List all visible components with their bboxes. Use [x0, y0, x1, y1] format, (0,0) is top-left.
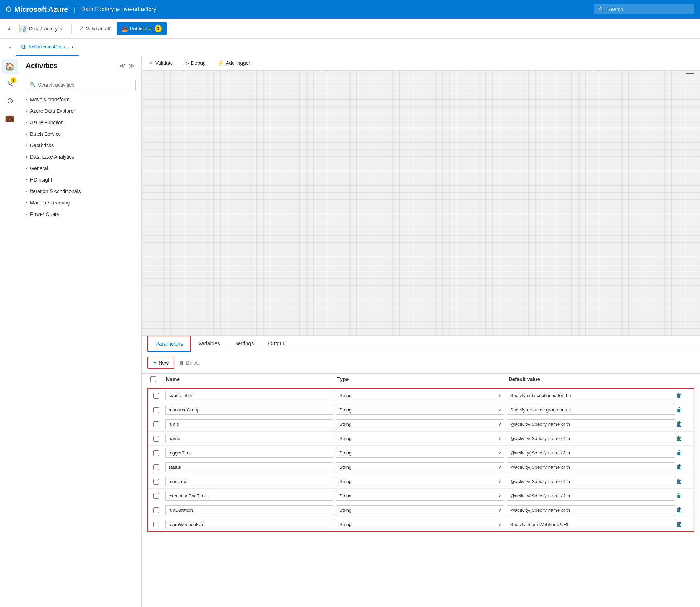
category-data-lake-analytics[interactable]: › Data Lake Analytics [20, 151, 141, 163]
toolbar-bar: « 📊 Data Factory ∨ ✓ Validate all 📤 Publ… [0, 19, 700, 39]
param-type-select[interactable]: String [336, 434, 504, 443]
tab-output[interactable]: Output [261, 336, 291, 352]
param-name-input[interactable] [165, 505, 333, 515]
search-activities-input[interactable] [38, 82, 132, 88]
monitor-icon-button[interactable]: ⊙ [2, 93, 18, 109]
param-name-input[interactable] [165, 434, 333, 443]
home-icon-button[interactable]: 🏠 [2, 59, 18, 74]
param-name-input[interactable] [165, 462, 333, 472]
delete-row-button[interactable]: 🗑 [676, 463, 683, 471]
delete-row-button[interactable]: 🗑 [676, 420, 683, 428]
param-name-input[interactable] [165, 491, 333, 501]
parameters-toolbar: + New 🗑 Delete [142, 352, 700, 374]
delete-row-button[interactable]: 🗑 [676, 435, 683, 442]
delete-row-button[interactable]: 🗑 [676, 521, 683, 528]
canvas-action-bar: ✓ Validate ▷ Debug ⚡ Add trigger [142, 56, 700, 71]
param-type-select[interactable]: String [336, 477, 504, 486]
param-default-input[interactable] [507, 505, 675, 515]
param-default-input[interactable] [507, 405, 675, 415]
category-label: Iteration & conditionals [30, 188, 81, 194]
activities-search-box[interactable]: 🔍 [26, 80, 136, 90]
param-type-select[interactable]: StringArrayBoolFloatIntObjectSecureStrin… [336, 391, 504, 400]
category-machine-learning[interactable]: › Machine Learning [20, 197, 141, 208]
row-checkbox[interactable] [153, 450, 159, 456]
new-parameter-button[interactable]: + New [147, 357, 174, 369]
header-action-col [677, 376, 694, 383]
param-default-input[interactable] [507, 477, 675, 486]
side-icon-bar: 🏠 ✎ 1 ⊙ 💼 [0, 56, 20, 607]
category-databricks[interactable]: › Databricks [20, 140, 141, 151]
param-name-input[interactable] [165, 477, 333, 486]
delete-row-button[interactable]: 🗑 [676, 406, 683, 414]
row-checkbox[interactable] [153, 421, 159, 427]
add-trigger-button[interactable]: ⚡ Add trigger [218, 60, 250, 66]
category-batch-service[interactable]: › Batch Service [20, 128, 141, 140]
data-factory-menu-button[interactable]: 📊 Data Factory ∨ [15, 22, 67, 35]
param-type-select[interactable]: String [336, 448, 504, 458]
tab-parameters[interactable]: Parameters [147, 336, 191, 352]
params-table-header: Name Type Default value [147, 374, 694, 386]
param-default-input[interactable] [507, 419, 675, 429]
category-iteration-conditionals[interactable]: › Iteration & conditionals [20, 186, 141, 197]
param-type-select[interactable]: String [336, 491, 504, 501]
row-checkbox[interactable] [153, 522, 159, 527]
delete-row-button[interactable]: 🗑 [676, 449, 683, 457]
param-default-input[interactable] [507, 391, 675, 400]
param-default-input[interactable] [507, 434, 675, 443]
param-name-input[interactable] [165, 520, 333, 529]
param-name-input[interactable] [165, 419, 333, 429]
pipeline-tab[interactable]: ⧉ NotifyTeamsChan... ● [16, 39, 79, 56]
param-type-select[interactable]: String [336, 419, 504, 429]
param-type-select[interactable]: String [336, 405, 504, 415]
delete-parameter-button[interactable]: 🗑 Delete [179, 360, 200, 366]
tab-variables[interactable]: Variables [191, 336, 227, 352]
delete-row-button[interactable]: 🗑 [676, 492, 683, 500]
debug-button[interactable]: ▷ Debug [185, 60, 206, 66]
row-name-cell [164, 491, 335, 501]
param-name-input[interactable] [165, 448, 333, 458]
param-default-input[interactable] [507, 462, 675, 472]
validate-all-button[interactable]: ✓ Validate all [76, 24, 113, 34]
category-azure-function[interactable]: › Azure Function [20, 117, 141, 128]
param-default-input[interactable] [507, 520, 675, 529]
delete-row-button[interactable]: 🗑 [676, 392, 683, 399]
pencil-icon-button[interactable]: ✎ 1 [2, 76, 18, 92]
param-type-select[interactable]: String [336, 505, 504, 515]
delete-row-button[interactable]: 🗑 [676, 478, 683, 485]
global-search-box[interactable]: 🔍 Search [594, 4, 694, 14]
plus-icon: + [153, 360, 156, 366]
category-general[interactable]: › General [20, 163, 141, 174]
category-move-transform[interactable]: › Move & transform [20, 94, 141, 105]
delete-row-button[interactable]: 🗑 [676, 506, 683, 514]
param-name-input[interactable] [165, 391, 333, 400]
validate-button[interactable]: ✓ Validate [149, 60, 173, 66]
param-type-select[interactable]: String [336, 462, 504, 472]
category-label: General [30, 165, 48, 171]
main-layout: 🏠 ✎ 1 ⊙ 💼 Activities ≪ ≫ 🔍 › Move & tran… [0, 56, 700, 607]
category-power-query[interactable]: › Power Query [20, 208, 141, 220]
row-checkbox[interactable] [153, 493, 159, 499]
expand-sidebar-button[interactable]: » [6, 43, 14, 52]
brand-separator: | [74, 6, 76, 13]
row-checkbox[interactable] [153, 436, 159, 442]
param-name-input[interactable] [165, 405, 333, 415]
row-checkbox[interactable] [153, 479, 159, 485]
row-checkbox[interactable] [153, 407, 159, 413]
row-checkbox[interactable] [153, 507, 159, 513]
select-all-checkbox[interactable] [150, 376, 156, 382]
row-checkbox[interactable] [153, 464, 159, 470]
param-default-input[interactable] [507, 491, 675, 501]
publish-all-button[interactable]: 📤 Publish all 1 [117, 22, 167, 35]
row-checkbox-cell [148, 493, 164, 499]
collapse-activities-button[interactable]: ≪ [118, 62, 126, 70]
category-hdinsight[interactable]: › HDInsight [20, 174, 141, 186]
tab-settings[interactable]: Settings [227, 336, 261, 352]
row-checkbox[interactable] [153, 393, 159, 399]
param-type-select[interactable]: String [336, 520, 504, 529]
param-default-input[interactable] [507, 448, 675, 458]
category-azure-data-explorer[interactable]: › Azure Data Explorer [20, 105, 141, 117]
manage-icon-button[interactable]: 💼 [2, 110, 18, 126]
row-default-cell [506, 405, 676, 415]
collapse-button[interactable]: « [6, 23, 12, 34]
expand-activities-button[interactable]: ≫ [128, 62, 136, 70]
